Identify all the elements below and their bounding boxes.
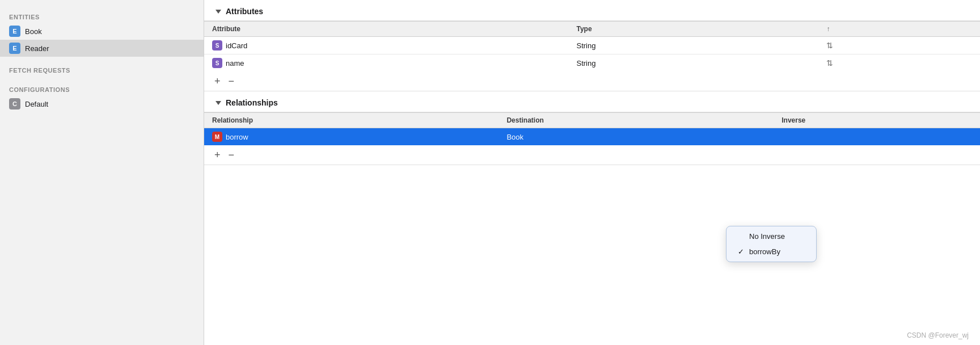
- sidebar-item-book[interactable]: E Book: [0, 23, 204, 40]
- attributes-collapse-icon[interactable]: [216, 10, 221, 14]
- no-inverse-label: No Inverse: [749, 232, 785, 241]
- table-row[interactable]: M borrow Book: [204, 128, 980, 146]
- inverse-dropdown: No Inverse ✓ borrowBy: [726, 226, 817, 262]
- relationships-header: Relationships: [204, 91, 980, 112]
- relationships-toolbar: + −: [204, 145, 980, 165]
- relationships-section: Relationships Relationship Destination I…: [204, 91, 980, 165]
- attr-type-name: String: [568, 54, 818, 72]
- sidebar-item-default[interactable]: C Default: [0, 95, 204, 112]
- rel-col-destination: Destination: [499, 113, 774, 128]
- add-attribute-button[interactable]: +: [213, 76, 222, 86]
- watermark: CSDN @Forever_wj: [907, 331, 969, 339]
- attributes-title: Attributes: [226, 7, 263, 16]
- main-content: Attributes Attribute Type ↑ S idCar: [204, 0, 980, 345]
- stepper-icon-idcard: ⇅: [826, 41, 833, 50]
- configurations-section-label: CONFIGURATIONS: [0, 82, 204, 95]
- relationships-table: Relationship Destination Inverse M borro…: [204, 112, 980, 145]
- default-label: Default: [25, 100, 48, 108]
- attr-name-name: S name: [204, 54, 568, 72]
- sidebar: ENTITIES E Book E Reader FETCH REQUESTS …: [0, 0, 204, 345]
- borrowby-check: ✓: [738, 247, 746, 256]
- no-inverse-check: [738, 232, 746, 241]
- relationships-collapse-icon[interactable]: [216, 101, 221, 105]
- idcard-type-badge: S: [212, 40, 222, 51]
- attr-stepper-name[interactable]: ⇅: [818, 54, 980, 72]
- idcard-name: idCard: [226, 41, 247, 50]
- dropdown-item-borrowby[interactable]: ✓ borrowBy: [726, 244, 816, 259]
- name-type-badge: S: [212, 58, 222, 68]
- fetch-requests-section-label: FETCH REQUESTS: [0, 62, 204, 76]
- relationships-title: Relationships: [226, 98, 278, 107]
- add-relationship-button[interactable]: +: [213, 150, 222, 160]
- attr-col-sort[interactable]: ↑: [818, 22, 980, 37]
- stepper-icon-name: ⇅: [826, 58, 833, 68]
- book-badge: E: [9, 26, 20, 37]
- table-row[interactable]: S name String ⇅: [204, 54, 980, 72]
- rel-name-borrow: M borrow: [204, 128, 499, 146]
- reader-badge: E: [9, 43, 20, 54]
- book-label: Book: [25, 27, 42, 36]
- borrowby-label: borrowBy: [749, 247, 780, 256]
- sort-icon: ↑: [826, 25, 830, 33]
- attributes-table: Attribute Type ↑ S idCard String: [204, 21, 980, 71]
- borrow-name: borrow: [226, 133, 248, 141]
- reader-label: Reader: [25, 44, 49, 53]
- attr-col-attribute: Attribute: [204, 22, 568, 37]
- attr-type-idcard: String: [568, 37, 818, 54]
- entities-section-label: ENTITIES: [0, 9, 204, 23]
- sidebar-item-reader[interactable]: E Reader: [0, 40, 204, 57]
- attr-col-type: Type: [568, 22, 818, 37]
- dropdown-item-no-inverse[interactable]: No Inverse: [726, 229, 816, 244]
- attributes-section: Attributes Attribute Type ↑ S idCar: [204, 0, 980, 91]
- borrow-type-badge: M: [212, 132, 222, 142]
- rel-col-inverse: Inverse: [774, 113, 980, 128]
- attributes-toolbar: + −: [204, 71, 980, 91]
- remove-relationship-button[interactable]: −: [227, 150, 236, 160]
- remove-attribute-button[interactable]: −: [227, 76, 236, 86]
- attributes-header: Attributes: [204, 0, 980, 21]
- rel-destination-borrow: Book: [499, 128, 774, 146]
- name-name: name: [226, 59, 244, 68]
- default-badge: C: [9, 98, 20, 110]
- attr-stepper-idcard[interactable]: ⇅: [818, 37, 980, 54]
- rel-col-relationship: Relationship: [204, 113, 499, 128]
- rel-inverse-borrow: [774, 128, 980, 146]
- attr-name-idcard: S idCard: [204, 37, 568, 54]
- table-row[interactable]: S idCard String ⇅: [204, 37, 980, 54]
